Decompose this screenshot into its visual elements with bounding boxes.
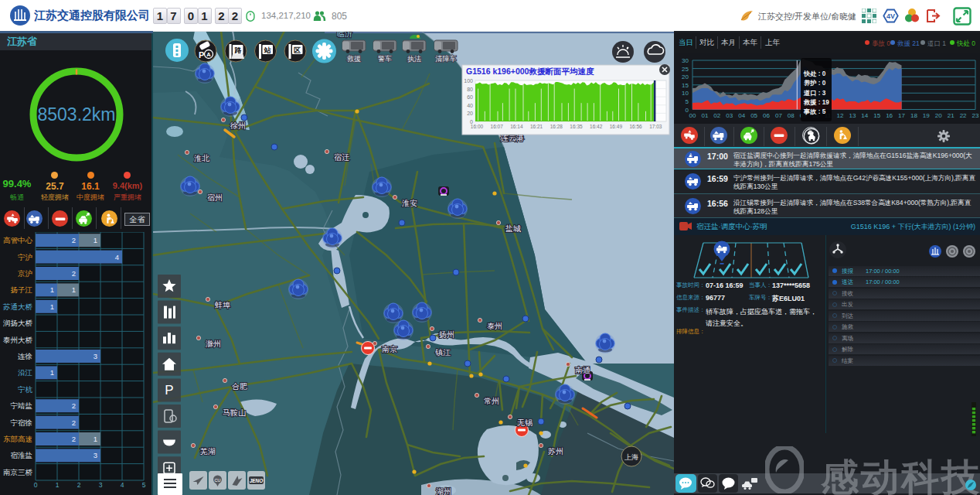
svg-text:连云港: 连云港 (501, 134, 524, 142)
svg-text:1: 1 (56, 481, 60, 489)
svg-text:01: 01 (701, 112, 708, 119)
svg-text:12: 12 (837, 112, 844, 119)
svg-text:事故 : 5: 事故 : 5 (803, 108, 826, 115)
svg-text:宿淮盐: 宿淮盐 (11, 451, 33, 459)
svg-text:07: 07 (775, 112, 782, 119)
svg-text:21: 21 (948, 112, 954, 119)
svg-text:执法: 执法 (407, 55, 421, 63)
svg-text:5: 5 (686, 98, 689, 105)
svg-text:盐城: 盐城 (505, 224, 521, 233)
svg-text:16: 16 (886, 112, 893, 119)
svg-text:16:07: 16:07 (491, 124, 504, 129)
svg-text:宿州: 宿州 (207, 193, 223, 202)
svg-text:1: 1 (50, 302, 54, 311)
svg-text:19: 19 (923, 112, 930, 119)
svg-text:1: 1 (50, 285, 54, 294)
svg-text:A: A (689, 152, 692, 157)
svg-text:救援 : 19: 救援 : 19 (803, 99, 829, 106)
svg-text:23: 23 (972, 112, 979, 119)
svg-text:0: 0 (34, 481, 38, 489)
svg-text:18: 18 (910, 112, 917, 119)
svg-text:淮北: 淮北 (194, 154, 210, 162)
svg-text:徐州: 徐州 (230, 121, 246, 130)
svg-text:南通: 南通 (575, 366, 590, 374)
svg-text:连徐: 连徐 (18, 352, 32, 360)
svg-text:30: 30 (682, 57, 689, 64)
svg-text:4: 4 (121, 481, 124, 489)
svg-text:14: 14 (861, 112, 868, 119)
svg-text:22: 22 (960, 112, 967, 119)
svg-text:40: 40 (467, 103, 473, 108)
svg-text:蚌埠: 蚌埠 (215, 301, 230, 309)
svg-text:16:49: 16:49 (610, 124, 623, 129)
svg-text:3: 3 (99, 481, 103, 489)
svg-text:3: 3 (94, 451, 97, 459)
svg-text:08: 08 (788, 112, 795, 119)
svg-text:常州: 常州 (484, 397, 499, 405)
svg-text:路: 路 (234, 46, 242, 54)
svg-text:东部高速: 东部高速 (3, 435, 32, 443)
svg-text:JENO: JENO (250, 478, 264, 483)
svg-text:60: 60 (467, 94, 473, 100)
svg-text:苏通大桥: 苏通大桥 (2, 302, 33, 311)
svg-text:17:03: 17:03 (649, 124, 662, 129)
svg-text:宁杭: 宁杭 (18, 385, 33, 394)
svg-text:合肥: 合肥 (232, 382, 247, 391)
svg-text:15: 15 (682, 82, 689, 89)
svg-text:00: 00 (689, 112, 696, 119)
svg-text:警车: 警车 (378, 55, 392, 63)
svg-text:宿迁: 宿迁 (334, 153, 349, 162)
svg-text:03: 03 (726, 112, 733, 119)
svg-text:16:28: 16:28 (550, 124, 563, 129)
svg-text:8503.2km: 8503.2km (37, 104, 115, 125)
svg-text:沿江: 沿江 (18, 368, 32, 377)
svg-text:80: 80 (467, 87, 473, 92)
svg-text:宁靖盐: 宁靖盐 (11, 401, 33, 410)
svg-text:芜湖: 芜湖 (199, 447, 216, 456)
svg-text:泰州: 泰州 (487, 322, 502, 330)
svg-text:快处 : 0: 快处 : 0 (803, 70, 826, 77)
svg-text:区: 区 (294, 46, 301, 54)
svg-text:P: P (199, 50, 204, 60)
svg-text:养护 : 0: 养护 : 0 (804, 79, 826, 87)
svg-text:救援: 救援 (346, 55, 361, 63)
svg-text:扬州: 扬州 (439, 330, 454, 339)
svg-text:滁州: 滁州 (206, 340, 221, 348)
svg-text:2: 2 (72, 401, 76, 410)
svg-text:镇江: 镇江 (435, 348, 451, 357)
svg-text:16:35: 16:35 (570, 124, 583, 129)
svg-text:100: 100 (464, 78, 473, 84)
svg-text:润扬大桥: 润扬大桥 (3, 319, 33, 327)
svg-text:17: 17 (898, 112, 905, 119)
svg-text:16:14: 16:14 (510, 124, 523, 129)
svg-text:临沂: 临沂 (337, 31, 352, 38)
svg-text:1: 1 (94, 236, 97, 244)
svg-text:05: 05 (750, 112, 757, 119)
svg-text:4V: 4V (886, 12, 895, 20)
svg-text:1: 1 (94, 435, 97, 443)
svg-text:2: 2 (77, 481, 81, 489)
svg-text:2: 2 (72, 236, 76, 244)
svg-text:上海: 上海 (624, 453, 638, 461)
svg-text:CU: CU (215, 478, 221, 483)
svg-text:站: 站 (264, 46, 271, 54)
svg-text:2: 2 (72, 418, 76, 427)
svg-text:马鞍山: 马鞍山 (223, 408, 246, 417)
svg-text:02: 02 (713, 112, 720, 119)
svg-text:2: 2 (72, 435, 76, 443)
svg-text:3: 3 (94, 352, 97, 360)
svg-text:南京: 南京 (382, 345, 397, 353)
svg-text:20: 20 (935, 112, 942, 119)
svg-text:高管中心: 高管中心 (3, 236, 33, 244)
svg-text:南京三桥: 南京三桥 (3, 468, 33, 476)
svg-text:10: 10 (682, 90, 689, 97)
svg-text:宁沪: 宁沪 (18, 253, 32, 261)
svg-text:5: 5 (142, 481, 146, 489)
svg-text:淮安: 淮安 (402, 199, 417, 207)
svg-text:扬子江: 扬子江 (11, 285, 33, 294)
svg-text:13: 13 (849, 112, 856, 119)
svg-text:16:56: 16:56 (629, 124, 642, 129)
svg-text:04: 04 (738, 112, 745, 119)
svg-text:16:00: 16:00 (471, 124, 484, 129)
svg-text:4: 4 (115, 253, 119, 261)
